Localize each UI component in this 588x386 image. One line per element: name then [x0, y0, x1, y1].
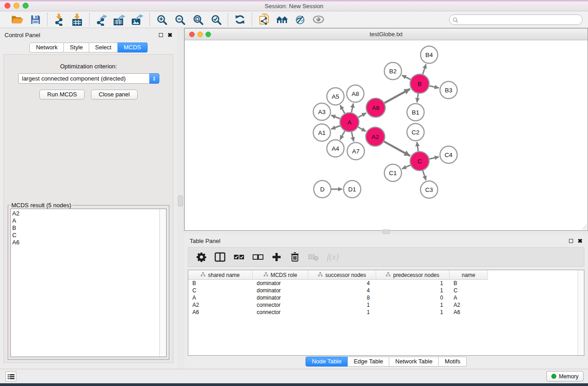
duplicate-network-icon[interactable]: [257, 13, 271, 26]
import-network-icon[interactable]: [52, 13, 67, 26]
task-history-button[interactable]: [5, 372, 16, 381]
table-cell[interactable]: connector: [253, 309, 308, 316]
hide-details-icon[interactable]: [293, 13, 307, 26]
zoom-in-icon[interactable]: [154, 13, 169, 26]
network-zoom-button[interactable]: [206, 32, 211, 37]
table-row[interactable]: A2connector11A2: [188, 301, 578, 309]
graph-node-B[interactable]: B: [410, 74, 429, 93]
column-header-name[interactable]: name: [449, 270, 488, 280]
graph-node-A4[interactable]: A4: [327, 140, 344, 157]
settings-icon[interactable]: [196, 251, 206, 263]
graph-edge-A-A7[interactable]: [352, 132, 354, 141]
graph-node-A7[interactable]: A7: [347, 143, 364, 160]
graph-edge-A-A4[interactable]: [340, 131, 344, 139]
table-cell[interactable]: A2: [449, 301, 488, 309]
column-layout-icon[interactable]: [215, 251, 225, 263]
zoom-fit-icon[interactable]: [191, 13, 205, 26]
graph-node-A3[interactable]: A3: [313, 103, 330, 120]
mcds-result-item[interactable]: A2: [12, 210, 159, 217]
delete-row-icon[interactable]: [290, 251, 300, 263]
export-table-icon[interactable]: [112, 13, 127, 26]
criterion-select[interactable]: largest connected component (directed) ▲…: [18, 73, 159, 84]
search-input[interactable]: [449, 14, 583, 25]
table-cell[interactable]: C: [188, 287, 253, 294]
graph-node-B4[interactable]: B4: [421, 46, 438, 63]
graph-node-A6[interactable]: A6: [366, 98, 385, 117]
graph-node-D[interactable]: D: [314, 181, 331, 198]
table-cell[interactable]: 1: [376, 287, 449, 294]
close-table-panel-icon[interactable]: ✖: [578, 239, 583, 243]
table-cell[interactable]: connector: [253, 301, 308, 309]
zoom-window-button[interactable]: [23, 3, 29, 9]
graph-edge-B-B2[interactable]: [402, 75, 411, 79]
mcds-result-item[interactable]: A: [12, 217, 159, 224]
graph-node-B1[interactable]: B1: [407, 104, 424, 121]
graph-node-A1[interactable]: A1: [313, 124, 330, 141]
graph-edge-B-B4[interactable]: [423, 64, 426, 74]
export-network-icon[interactable]: [94, 13, 109, 26]
graph-node-C2[interactable]: C2: [407, 124, 424, 141]
table-cell[interactable]: A: [188, 294, 253, 301]
network-graph[interactable]: B4B2BB3B1A5A8A6A3AA1C2A4A7A2CC4C1C3DD1: [185, 40, 588, 230]
graph-node-C[interactable]: C: [410, 152, 429, 171]
save-session-icon[interactable]: [28, 13, 43, 26]
graph-edge-A-A6[interactable]: [358, 113, 366, 118]
graph-node-C4[interactable]: C4: [440, 146, 457, 163]
run-mcds-button[interactable]: Run MCDS: [39, 90, 85, 100]
graph-edge-A-A5[interactable]: [340, 105, 345, 113]
table-cell[interactable]: B: [449, 280, 488, 287]
graph-edge-C-C2[interactable]: [417, 142, 418, 151]
table-cell[interactable]: C: [449, 287, 488, 294]
table-cell[interactable]: B: [188, 280, 253, 287]
table-cell[interactable]: dominator: [253, 294, 308, 301]
show-details-icon[interactable]: [311, 13, 325, 26]
minimize-window-button[interactable]: [14, 3, 19, 9]
table-cell[interactable]: dominator: [253, 287, 308, 294]
float-panel-icon[interactable]: [159, 33, 163, 37]
memory-button[interactable]: Memory: [546, 371, 583, 381]
graph-edge-A2-C[interactable]: [384, 142, 410, 156]
table-cell[interactable]: A2: [188, 301, 253, 309]
table-cell[interactable]: 1: [376, 301, 449, 309]
tab-edge-table[interactable]: Edge Table: [348, 357, 389, 367]
graph-edge-A6-B[interactable]: [384, 89, 410, 103]
table-cell[interactable]: A6: [188, 309, 253, 316]
mcds-result-item[interactable]: C: [12, 232, 159, 239]
tab-style[interactable]: Style: [64, 43, 89, 52]
graph-node-B2[interactable]: B2: [384, 62, 402, 80]
open-session-icon[interactable]: [10, 13, 24, 26]
table-row[interactable]: Bdominator41B: [188, 280, 578, 287]
close-panel-button[interactable]: Close panel: [91, 90, 138, 100]
close-window-button[interactable]: [5, 3, 10, 9]
graph-node-A[interactable]: A: [340, 113, 359, 132]
export-image-icon[interactable]: [130, 13, 145, 26]
panel-splitter-horizontal[interactable]: [184, 231, 588, 234]
float-table-panel-icon[interactable]: [569, 239, 573, 243]
add-row-icon[interactable]: [272, 251, 282, 263]
network-close-button[interactable]: [189, 32, 195, 37]
tab-node-table[interactable]: Node Table: [306, 357, 348, 367]
column-header-shared-name[interactable]: shared name: [188, 270, 253, 280]
graph-node-B3[interactable]: B3: [440, 81, 457, 99]
table-cell[interactable]: 1: [376, 280, 449, 287]
mcds-result-item[interactable]: B: [12, 224, 159, 232]
table-cell[interactable]: 4: [308, 280, 376, 287]
resize-grip-icon[interactable]: [581, 224, 587, 230]
network-window-titlebar[interactable]: testGlobe.txt: [185, 29, 588, 40]
graph-edge-C-C4[interactable]: [429, 157, 439, 159]
table-cell[interactable]: 1: [376, 309, 449, 316]
graph-node-C1[interactable]: C1: [384, 164, 402, 181]
refresh-layout-icon[interactable]: [233, 13, 247, 26]
graph-node-A8[interactable]: A8: [347, 85, 364, 102]
table-row[interactable]: Adominator80A: [188, 294, 578, 301]
splitter-handle[interactable]: [178, 195, 183, 206]
graph-node-D1[interactable]: D1: [344, 181, 361, 198]
table-scrollbar[interactable]: [578, 270, 584, 355]
column-header-predecessor-nodes[interactable]: predecessor nodes: [376, 270, 449, 280]
graph-edge-C-C3[interactable]: [423, 171, 426, 180]
table-row[interactable]: A6connector11A6: [188, 309, 578, 316]
network-canvas[interactable]: B4B2BB3B1A5A8A6A3AA1C2A4A7A2CC4C1C3DD1: [185, 40, 588, 230]
zoom-out-icon[interactable]: [172, 13, 187, 26]
tab-network[interactable]: Network: [29, 43, 64, 52]
graph-node-A5[interactable]: A5: [327, 88, 344, 105]
